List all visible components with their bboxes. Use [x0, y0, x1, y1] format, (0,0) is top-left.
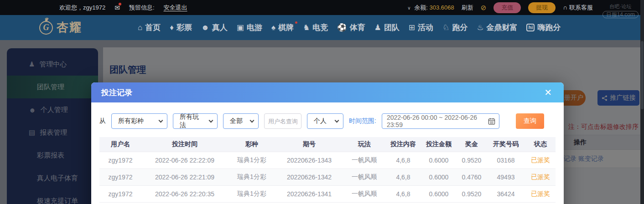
balance-group[interactable]: ∨ 余额: 303.6068 — [407, 4, 454, 12]
table-cell: 2022-06-26 22:20:35 — [141, 186, 228, 202]
headset-icon: ∩ — [563, 4, 567, 11]
nav-item-label: 首页 — [145, 22, 161, 33]
filter-bar: 从 所有彩种 所有玩法 全部 个人 时间范围: 2022-06-26 00:00… — [99, 113, 556, 129]
from-label: 从 — [99, 117, 106, 125]
table-cell: 36424 — [486, 186, 525, 202]
reserved-info-label: 预留信息: — [129, 4, 155, 12]
nav-item-label: 棋牌 — [278, 22, 294, 33]
table-cell: 20220626-1342 — [275, 169, 343, 185]
contact-service-label: 联系客服 — [569, 4, 593, 11]
topbar: 欢迎您，zgy1972 ✉ 预留信息: 安全退出 ∨ 余额: 303.6068 … — [0, 0, 644, 15]
egames-icon: ▣ — [237, 23, 244, 32]
table-cell: 已派奖 — [525, 152, 556, 168]
chess-icon: ♠ — [271, 23, 275, 32]
nav-item-live[interactable]: ☻真人 — [197, 15, 232, 40]
modal-title: 投注记录 — [101, 87, 132, 98]
nav-item-team[interactable]: ♟团队 — [369, 15, 404, 40]
status-filter-value: 全部 — [230, 117, 243, 125]
lottery-type-value: 所有彩种 — [118, 117, 144, 125]
chevron-down-icon — [209, 118, 213, 122]
table-header-row: 用户名投注时间彩种期号玩法投注内容投注金额奖金开奖号码状态 — [99, 137, 556, 152]
nav-item-esports[interactable]: ♞电竞 — [298, 15, 332, 40]
team-icon: ♟ — [374, 23, 381, 32]
table-cell: 2022-06-26 22:21:09 — [141, 169, 228, 185]
modal-body: 从 所有彩种 所有玩法 全部 个人 时间范围: 2022-06-26 00:00… — [91, 102, 564, 204]
table-cell: 49493 — [486, 169, 525, 185]
column-header: 投注时间 — [141, 137, 228, 152]
vertical-scrollbar[interactable] — [640, 0, 644, 204]
nav-menu: ⌂首页♦彩票☻真人▣电游♠棋牌♞电竞⚽体育♟团队⊞活动♘跑分♨金鼎财富hi嗨跑分 — [133, 15, 565, 40]
scrollbar-thumb[interactable] — [641, 41, 644, 109]
nav-item-activity[interactable]: ⊞活动 — [404, 15, 438, 40]
column-header: 状态 — [525, 137, 556, 152]
nav-item-hi-paofen[interactable]: hi嗨跑分 — [522, 15, 565, 40]
welcome-text: 欢迎您，zgy1972 — [59, 4, 105, 12]
table-cell: 瑞典1分彩 — [228, 186, 275, 202]
crown-icon: ♛ — [44, 17, 48, 23]
table-row-partial — [99, 202, 556, 204]
mail-icon[interactable]: ✉ — [114, 4, 120, 11]
nav-item-sports[interactable]: ⚽体育 — [332, 15, 369, 40]
modal-header: 投注记录 ✕ — [91, 82, 564, 102]
nav-item-lottery[interactable]: ♦彩票 — [165, 15, 197, 40]
table-cell: 4,6,8 — [386, 169, 421, 185]
logout-link[interactable]: 安全退出 — [164, 4, 187, 12]
column-header: 玩法 — [343, 137, 386, 152]
nav-item-label: 电竞 — [312, 22, 328, 33]
table-cell: 4,6,8 — [386, 152, 421, 168]
status-filter-select[interactable]: 全部 — [223, 113, 259, 129]
nav-item-egames[interactable]: ▣电游 — [232, 15, 267, 40]
time-range-label: 时间范围: — [349, 117, 376, 125]
nav-item-home[interactable]: ⌂首页 — [133, 15, 165, 40]
jinding-wealth-icon: ♨ — [477, 23, 483, 32]
table-cell: zgy1972 — [99, 169, 141, 185]
balance-value: 303.6068 — [430, 4, 454, 11]
withdraw-button[interactable]: 提现 — [528, 2, 556, 13]
brand-logo[interactable]: ♛ G 杏耀 — [39, 20, 130, 36]
scope-select[interactable]: 个人 — [307, 113, 343, 129]
nav-item-label: 电游 — [247, 22, 262, 33]
eye-slash-icon[interactable]: ⊘ — [481, 4, 487, 12]
nav-item-paofen[interactable]: ♘跑分 — [438, 15, 472, 40]
refresh-link[interactable]: 刷新 — [462, 4, 473, 12]
contact-service[interactable]: ∩ 联系客服 — [563, 4, 593, 12]
lottery-type-select[interactable]: 所有彩种 — [111, 113, 167, 129]
home-icon: ⌂ — [138, 23, 142, 32]
nav-item-label: 金鼎财富 — [486, 22, 517, 33]
table-cell: 0.9520 — [457, 152, 486, 168]
mail-badge — [119, 3, 121, 5]
lottery-icon: ♦ — [170, 23, 174, 32]
nav-item-label: 彩票 — [177, 22, 192, 33]
paofen-icon: ♘ — [442, 23, 449, 32]
table-cell: 03168 — [486, 152, 525, 168]
brand-initial: G — [43, 23, 49, 32]
esports-icon: ♞ — [303, 23, 310, 32]
hi-paofen-icon: hi — [526, 24, 535, 31]
table-row: zgy19722022-06-26 22:21:09瑞典1分彩20220626-… — [99, 168, 556, 185]
column-header: 用户名 — [99, 137, 141, 152]
username-search-input[interactable] — [264, 113, 301, 129]
sports-icon: ⚽ — [337, 23, 347, 32]
table-row: zgy19722022-06-26 22:22:09瑞典1分彩20220626-… — [99, 152, 556, 168]
table-cell: 20220626-1341 — [275, 186, 343, 202]
activity-icon: ⊞ — [409, 23, 415, 32]
table-cell: 0.6000 — [421, 152, 457, 168]
calendar-icon — [488, 117, 495, 125]
nav-item-chess[interactable]: ♠棋牌 — [267, 15, 298, 40]
nav-item-jinding-wealth[interactable]: ♨金鼎财富 — [472, 15, 522, 40]
chevron-down-icon — [335, 118, 339, 122]
main-navbar: ♛ G 杏耀 ⌂首页♦彩票☻真人▣电游♠棋牌♞电竞⚽体育♟团队⊞活动♘跑分♨金鼎… — [0, 15, 644, 40]
recharge-button[interactable]: 充值 — [493, 2, 521, 13]
table-row: zgy19722022-06-26 22:20:35瑞典1分彩20220626-… — [99, 185, 556, 202]
bet-records-table: 用户名投注时间彩种期号玩法投注内容投注金额奖金开奖号码状态 zgy1972202… — [99, 137, 556, 204]
column-header: 开奖号码 — [486, 137, 525, 152]
play-type-select[interactable]: 所有玩法 — [173, 113, 218, 129]
date-range-input[interactable]: 2022-06-26 00:00 ~ 2022-06-26 23:59 — [382, 113, 499, 129]
nav-item-label: 活动 — [418, 22, 433, 33]
column-header: 投注内容 — [386, 137, 421, 152]
query-button[interactable]: 查询 — [516, 113, 544, 129]
nav-item-label: 嗨跑分 — [537, 22, 561, 33]
close-icon[interactable]: ✕ — [544, 88, 552, 97]
play-type-value: 所有玩法 — [180, 113, 205, 129]
column-header: 奖金 — [457, 137, 486, 152]
